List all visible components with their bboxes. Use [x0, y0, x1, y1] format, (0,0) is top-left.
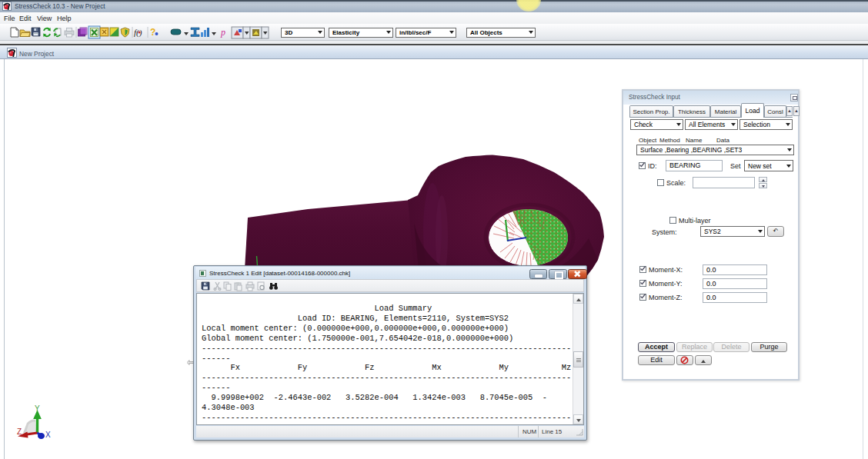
svg-text:Y: Y: [35, 404, 40, 413]
svg-text:?: ?: [150, 27, 155, 38]
svg-text:f(): f(): [134, 28, 142, 38]
svg-text:p: p: [220, 27, 225, 38]
svg-text:Z: Z: [17, 427, 22, 436]
svg-text:X: X: [45, 431, 51, 439]
